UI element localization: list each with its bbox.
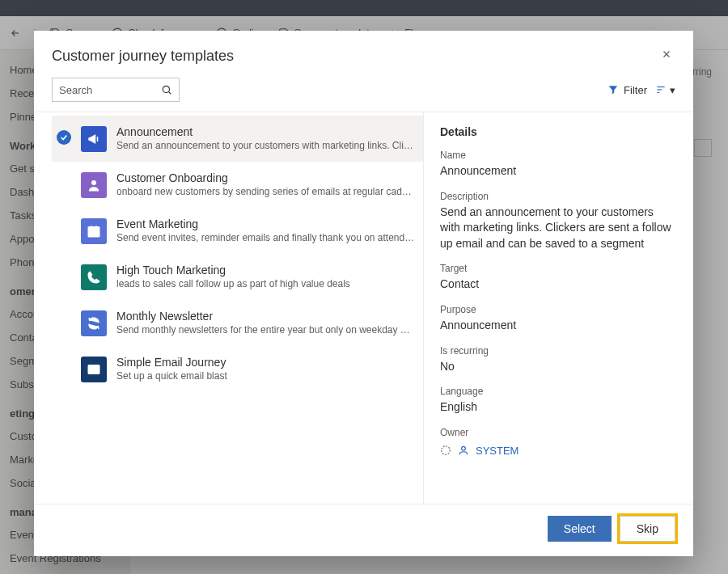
select-button[interactable]: Select [548, 516, 612, 542]
person-icon [81, 172, 107, 198]
language-value: English [440, 399, 675, 416]
template-title: Simple Email Journey [116, 356, 415, 369]
template-description: onboard new customers by sending series … [116, 186, 415, 197]
template-title: Customer Onboarding [116, 171, 415, 184]
person-icon [458, 445, 469, 456]
details-heading: Details [440, 125, 675, 138]
template-title: High Touch Marketing [116, 264, 415, 276]
svg-point-13 [91, 180, 96, 185]
checkmark-icon [57, 130, 71, 145]
details-pane: Details Name Announcement Description Se… [424, 112, 675, 504]
sort-icon [655, 84, 667, 95]
template-row[interactable]: Simple Email JourneySet up a quick email… [52, 346, 423, 392]
description-value: Send an announcement to your customers w… [440, 205, 675, 252]
filter-label: Filter [624, 84, 647, 96]
megaphone-icon [81, 126, 107, 152]
svg-point-19 [442, 446, 451, 455]
phone-icon [81, 264, 107, 290]
search-icon [161, 84, 172, 95]
search-input[interactable] [59, 84, 148, 96]
template-title: Announcement [116, 125, 415, 138]
svg-line-9 [168, 91, 171, 94]
dialog-title: Customer journey templates [52, 48, 234, 65]
description-label: Description [440, 191, 675, 202]
calendar-icon [81, 218, 107, 244]
template-description: leads to sales call follow up as part of… [116, 278, 415, 289]
name-label: Name [440, 150, 675, 161]
close-button[interactable] [658, 45, 675, 66]
filter-button[interactable]: Filter [607, 84, 647, 96]
template-list: AnnouncementSend an announcement to your… [52, 112, 424, 504]
template-row[interactable]: Event MarketingSend event invites, remin… [52, 208, 423, 254]
templates-dialog: Customer journey templates Filter ▾ Anno… [34, 31, 693, 556]
owner-value[interactable]: SYSTEM [476, 445, 518, 457]
svg-rect-14 [88, 227, 99, 237]
template-description: Send an announcement to your customers w… [116, 140, 415, 151]
name-value: Announcement [440, 163, 675, 179]
template-description: Send event invites, reminder emails and … [116, 232, 415, 243]
recurring-label: Is recurring [440, 345, 675, 357]
filter-icon [607, 84, 619, 95]
recurring-value: No [440, 359, 675, 375]
template-row[interactable]: AnnouncementSend an announcement to your… [52, 116, 423, 162]
purpose-label: Purpose [440, 304, 675, 315]
skip-button[interactable]: Skip [620, 516, 675, 542]
owner-label: Owner [440, 427, 675, 438]
chevron-down-icon: ▾ [670, 84, 675, 96]
template-description: Send monthly newsletters for the entire … [116, 324, 415, 336]
untracked-icon [440, 445, 451, 456]
target-value: Contact [440, 276, 675, 293]
template-title: Monthly Newsletter [116, 310, 415, 323]
template-row[interactable]: Customer Onboardingonboard new customers… [52, 162, 423, 208]
target-label: Target [440, 263, 675, 274]
purpose-value: Announcement [440, 318, 675, 334]
svg-point-8 [163, 86, 169, 92]
template-row[interactable]: High Touch Marketingleads to sales call … [52, 254, 423, 300]
svg-point-20 [462, 447, 466, 451]
template-title: Event Marketing [116, 217, 415, 230]
template-description: Set up a quick email blast [116, 370, 415, 382]
language-label: Language [440, 386, 675, 397]
mail-icon [81, 357, 107, 382]
refresh-icon [81, 310, 107, 336]
search-box[interactable] [52, 78, 180, 102]
sort-button[interactable]: ▾ [655, 84, 675, 96]
template-row[interactable]: Monthly NewsletterSend monthly newslette… [52, 300, 423, 346]
